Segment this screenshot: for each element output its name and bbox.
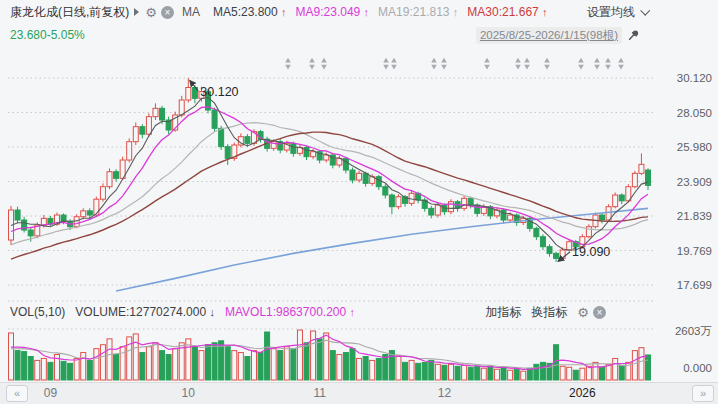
mavol-up-arrow: ↑ xyxy=(350,306,356,318)
price-tick: 28.050 xyxy=(652,106,712,120)
vol-close-icon[interactable]: × xyxy=(593,306,606,319)
chart-header: 康龙化成(日线,前复权) ⚙ × MA MA5:23.800 ↑MA9:23.0… xyxy=(0,0,718,24)
time-tick: 11 xyxy=(313,386,325,400)
price-tick: 23.909 xyxy=(652,175,712,189)
ma-legend: MA5:23.800 ↑MA9:23.049 ↑MA19:21.813 ↑MA3… xyxy=(204,5,548,19)
close-icon[interactable]: × xyxy=(161,6,174,19)
ma-indicator-label[interactable]: MA xyxy=(182,5,200,19)
scroll-left-button[interactable]: « xyxy=(6,385,28,402)
ma-lines xyxy=(11,98,648,292)
ma-legend-item: MA30:21.667 ↑ xyxy=(467,5,547,19)
stock-title[interactable]: 康龙化成(日线,前复权) xyxy=(10,4,129,21)
time-tick: 2026 xyxy=(569,386,596,400)
vol-indicator-label[interactable]: VOL(5,10) xyxy=(10,305,65,319)
candles xyxy=(9,78,651,262)
price-tick: 19.769 xyxy=(652,244,712,258)
ma-settings-label: 设置均线 xyxy=(587,4,635,21)
gear-icon[interactable]: ⚙ xyxy=(145,5,157,20)
candlestick-chart[interactable]: 30.12019.090 xyxy=(0,0,718,404)
time-tick: 09 xyxy=(44,386,57,400)
price-tick: 17.699 xyxy=(652,278,712,292)
time-tick: 10 xyxy=(182,386,195,400)
time-tick: 12 xyxy=(438,386,451,400)
chevron-down-icon xyxy=(640,5,650,15)
add-indicator-button[interactable]: 加指标 xyxy=(485,304,521,321)
volume-tick: 2603万 xyxy=(652,324,712,338)
quote-row: 23.680 -5.05% 2025/8/25-2026/1/15(98根) xyxy=(0,24,718,46)
low-annotation: 19.090 xyxy=(572,245,610,259)
vol-gear-icon[interactable]: ⚙ xyxy=(577,305,589,320)
price-tick: 30.120 xyxy=(652,71,712,85)
ma-settings-button[interactable]: 设置均线 xyxy=(587,4,648,21)
scroll-right-button[interactable]: » xyxy=(692,385,714,402)
ma-legend-item: MA19:21.813 ↑ xyxy=(378,5,458,19)
volume-down-arrow: ↓ xyxy=(209,306,215,318)
volume-bars xyxy=(9,330,651,380)
chevron-right-icon[interactable] xyxy=(134,8,139,16)
high-annotation: 30.120 xyxy=(200,85,238,99)
volume-tick: 0.000 xyxy=(652,361,712,375)
stock-chart-window: 30.12019.090 康龙化成(日线,前复权) ⚙ × MA MA5:23.… xyxy=(0,0,718,404)
ma-legend-item: MA9:23.049 ↑ xyxy=(296,5,370,19)
volume-header: VOL(5,10) VOLUME:12770274.000 ↓ MAVOL1:9… xyxy=(0,302,718,322)
ma-legend-item: MA5:23.800 ↑ xyxy=(213,5,287,19)
price-tick: 21.839 xyxy=(652,209,712,223)
last-price: 23.680 xyxy=(10,28,47,42)
switch-indicator-button[interactable]: 换指标 xyxy=(531,304,567,321)
price-tick: 25.980 xyxy=(652,140,712,154)
change-percent: -5.05% xyxy=(47,28,85,42)
date-range-chip[interactable]: 2025/8/25-2026/1/15(98根) xyxy=(476,27,622,44)
mavol-value: MAVOL1:9863700.200 ↑ xyxy=(225,305,355,319)
volume-value: VOLUME:12770274.000 ↓ xyxy=(75,305,215,319)
pin-icon[interactable] xyxy=(627,29,640,42)
event-markers xyxy=(285,58,624,70)
time-axis: « 091011122026 » xyxy=(0,382,718,404)
